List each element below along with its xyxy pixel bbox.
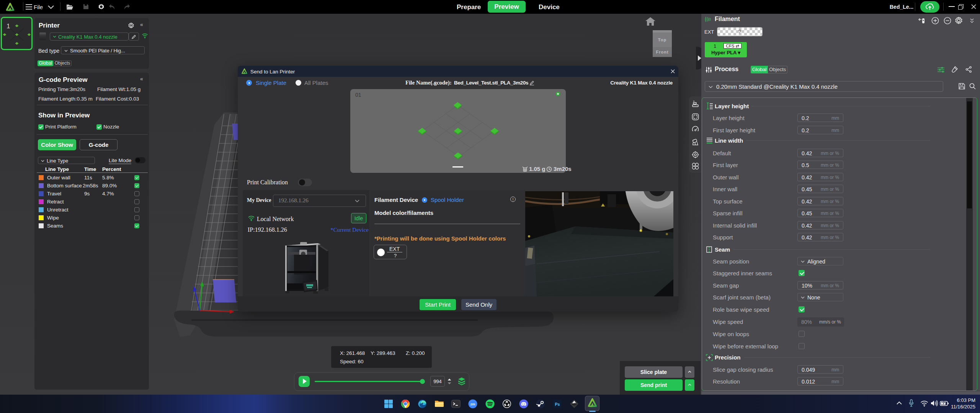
svg-text:zm: zm (470, 402, 475, 406)
svg-text:Ps: Ps (555, 402, 560, 406)
